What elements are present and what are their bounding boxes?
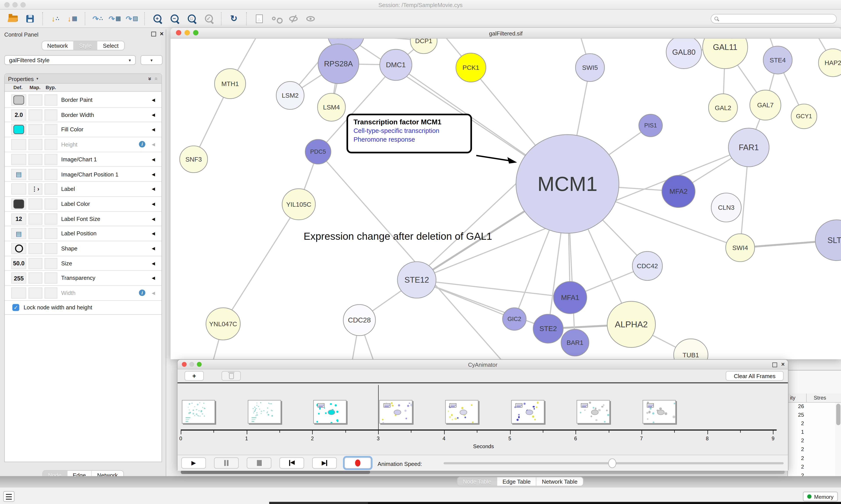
- node-PDC5[interactable]: PDC5: [305, 140, 331, 164]
- frame-thumbnail-4[interactable]: [445, 400, 478, 424]
- frame-thumbnail-6[interactable]: [577, 400, 610, 424]
- property-row-label-position[interactable]: ▤Label Position◀: [5, 227, 161, 241]
- tab-select[interactable]: Select: [97, 41, 124, 50]
- bypass-cell[interactable]: [44, 183, 57, 195]
- bypass-cell[interactable]: [44, 198, 57, 210]
- bypass-cell[interactable]: [44, 168, 57, 180]
- timeline-playhead[interactable]: [378, 385, 379, 429]
- table-row[interactable]: 2: [788, 420, 835, 429]
- node-MFA2[interactable]: MFA2: [662, 175, 695, 208]
- bypass-cell[interactable]: [44, 273, 57, 284]
- pause-button[interactable]: [214, 457, 239, 469]
- default-value-cell[interactable]: [11, 183, 26, 195]
- node-GAL11[interactable]: GAL11: [702, 38, 748, 69]
- node-CDC42[interactable]: CDC42: [632, 252, 662, 281]
- node-GCY1[interactable]: GCY1: [791, 104, 817, 129]
- refresh-layout-button[interactable]: ↻: [227, 12, 241, 25]
- node-CLN3[interactable]: CLN3: [711, 193, 741, 222]
- mapping-cell[interactable]: [29, 213, 42, 224]
- default-value-cell[interactable]: [11, 94, 26, 106]
- table-row[interactable]: 26: [788, 403, 835, 411]
- frame-thumbnail-1[interactable]: [248, 400, 281, 424]
- search-binoculars-button[interactable]: [269, 12, 283, 25]
- property-row-label-font-size[interactable]: 12Label Font Size◀: [5, 212, 161, 227]
- search-box[interactable]: [711, 14, 837, 23]
- property-row-shape[interactable]: Shape◀: [5, 241, 161, 256]
- import-network-button[interactable]: ↓∴: [48, 12, 62, 25]
- property-row-transparency[interactable]: 255Transparency◀: [5, 271, 161, 286]
- node-MTH1[interactable]: MTH1: [215, 69, 246, 98]
- property-row-border-width[interactable]: 2.0Border Width◀: [5, 108, 161, 122]
- float-panel-icon[interactable]: [151, 32, 156, 36]
- mapping-cell[interactable]: [29, 198, 42, 210]
- delete-frame-button[interactable]: [221, 371, 241, 381]
- zoom-in-button[interactable]: +: [150, 12, 164, 25]
- close-window-icon[interactable]: ×: [781, 361, 785, 367]
- table-row[interactable]: 2: [788, 454, 835, 463]
- node-MFA1[interactable]: MFA1: [553, 282, 587, 314]
- default-value-cell[interactable]: [11, 243, 26, 254]
- stop-button[interactable]: [247, 457, 272, 469]
- default-value-cell[interactable]: 255: [11, 273, 26, 284]
- collapse-all-icon[interactable]: «: [153, 77, 160, 80]
- bypass-cell[interactable]: [44, 154, 57, 165]
- node-GAL7[interactable]: GAL7: [750, 90, 781, 120]
- table-row[interactable]: 2: [788, 463, 835, 472]
- float-window-icon[interactable]: [772, 363, 777, 367]
- node-GAL2[interactable]: GAL2: [709, 94, 737, 122]
- expand-all-icon[interactable]: »: [147, 77, 153, 80]
- property-row-width[interactable]: Widthi◀: [5, 286, 161, 301]
- search-input[interactable]: [720, 15, 833, 22]
- show-details-button[interactable]: [304, 12, 318, 25]
- default-value-cell[interactable]: 12: [11, 213, 26, 224]
- mapping-cell[interactable]: [29, 124, 42, 135]
- expand-row-icon[interactable]: ◀: [152, 187, 155, 192]
- annotation-link-2[interactable]: Pheromone response: [354, 136, 465, 143]
- properties-header[interactable]: Properties ▾ » «: [5, 74, 161, 84]
- bypass-cell[interactable]: [44, 213, 57, 224]
- node-LSM2[interactable]: LSM2: [276, 82, 304, 109]
- property-row-fill-color[interactable]: Fill Color◀: [5, 122, 161, 137]
- animation-speed-slider-thumb[interactable]: [608, 458, 616, 468]
- zoom-fit-button[interactable]: □: [184, 12, 198, 25]
- default-value-cell[interactable]: [11, 139, 26, 150]
- mapping-cell[interactable]: [29, 258, 42, 269]
- vertical-scrollbar-thumb[interactable]: [836, 404, 841, 425]
- node-PIS1[interactable]: PIS1: [639, 114, 662, 137]
- mapping-cell[interactable]: [29, 287, 42, 299]
- node-RPS28A[interactable]: RPS28A: [318, 44, 359, 84]
- play-button[interactable]: ▶: [181, 457, 206, 469]
- property-row-label[interactable]: ⋮›Label◀: [5, 182, 161, 197]
- mapping-cell[interactable]: [29, 109, 42, 121]
- property-row-border-paint[interactable]: Border Paint◀: [5, 93, 161, 108]
- node-GIC2[interactable]: GIC2: [503, 308, 526, 330]
- node-SWI5[interactable]: SWI5: [576, 54, 605, 82]
- node-YNL047C[interactable]: YNL047C: [206, 308, 240, 340]
- info-icon[interactable]: i: [139, 141, 145, 147]
- network-edge[interactable]: [419, 172, 529, 274]
- memory-button[interactable]: Memory: [803, 492, 838, 501]
- default-value-cell[interactable]: 50.0: [11, 258, 26, 269]
- zoom-selected-button[interactable]: ✓: [202, 12, 216, 25]
- horizontal-scrollbar-thumb[interactable]: [181, 470, 370, 474]
- bypass-cell[interactable]: [44, 287, 57, 299]
- bypass-cell[interactable]: [44, 139, 57, 150]
- expand-row-icon[interactable]: ◀: [152, 261, 155, 266]
- node-YIL105C[interactable]: YIL105C: [282, 189, 315, 220]
- export-table-button[interactable]: ↷▦: [108, 12, 122, 25]
- expand-row-icon[interactable]: ◀: [152, 157, 155, 162]
- export-image-button[interactable]: ↷▨: [125, 12, 139, 25]
- property-row-image-chart-1[interactable]: Image/Chart 1◀: [5, 152, 161, 167]
- default-value-cell[interactable]: ▤: [11, 168, 26, 180]
- expand-row-icon[interactable]: ◀: [152, 246, 155, 251]
- default-value-cell[interactable]: [11, 198, 26, 210]
- timeline-ruler[interactable]: [181, 430, 777, 431]
- property-row-image-chart-position-1[interactable]: ▤Image/Chart Position 1◀: [5, 167, 161, 182]
- table-row[interactable]: 25: [788, 411, 835, 420]
- mapping-cell[interactable]: [29, 94, 42, 106]
- expand-row-icon[interactable]: ◀: [152, 202, 155, 206]
- mapping-cell[interactable]: [29, 243, 42, 254]
- info-icon[interactable]: i: [139, 290, 145, 296]
- node-BAR1[interactable]: BAR1: [561, 329, 589, 356]
- node-ALPHA2[interactable]: ALPHA2: [607, 301, 655, 347]
